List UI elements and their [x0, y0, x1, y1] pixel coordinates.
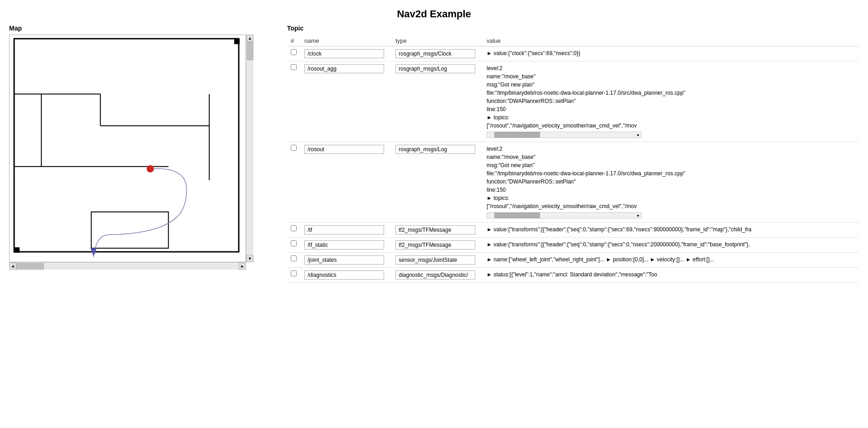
topic-label: Topic — [287, 25, 859, 32]
table-row: ► value:{"transforms":[{"header":{"seq":… — [287, 238, 859, 253]
topic-value-3: ► value:{"transforms":[{"header":{"seq":… — [483, 223, 859, 238]
scroll-thumb-h[interactable] — [16, 263, 44, 270]
value-text: ► value:{"clock":{"secs":69,"nsecs":0}} — [487, 49, 855, 57]
svg-rect-0 — [14, 39, 239, 252]
scroll-right-button[interactable]: ► — [239, 263, 246, 270]
value-scrollbar-thumb[interactable] — [494, 132, 540, 138]
value-line: name:"/move_base" — [487, 72, 855, 81]
topic-type-input-4[interactable] — [395, 240, 475, 250]
value-text: ► status:[{"level":1,"name":"amcl: Stand… — [487, 270, 855, 279]
table-row: ► value:{"transforms":[{"header":{"seq":… — [287, 223, 859, 238]
table-row: ► status:[{"level":1,"name":"amcl: Stand… — [287, 268, 859, 283]
col-type-header: type — [392, 36, 483, 46]
value-line: level:2 — [487, 64, 855, 72]
topic-name-input-2[interactable] — [304, 145, 384, 154]
svg-point-10 — [147, 165, 154, 173]
table-row: ► value:{"clock":{"secs":69,"nsecs":0}} — [287, 46, 859, 61]
scroll-track-h — [16, 263, 239, 270]
topic-type-input-5[interactable] — [395, 255, 475, 265]
value-line: msg:"Got new plan" — [487, 81, 855, 89]
value-line: ► topics: — [487, 113, 855, 122]
value-line: level:2 — [487, 145, 855, 153]
value-text: ► name:["wheel_left_joint","wheel_right_… — [487, 255, 855, 264]
col-hash-header: # — [287, 36, 301, 46]
table-row: level:2name:"/move_base"msg:"Got new pla… — [287, 61, 859, 142]
row-checkbox-5[interactable] — [291, 255, 297, 261]
topic-name-input-0[interactable] — [304, 49, 384, 58]
scroll-left-button[interactable]: ◄ — [9, 263, 16, 270]
map-scrollbar-vertical[interactable]: ▲ ▼ — [246, 35, 253, 262]
map-canvas — [9, 35, 246, 262]
col-name-header: name — [301, 36, 392, 46]
value-line: file:"/tmp/binarydeb/ros-noetic-dwa-loca… — [487, 169, 855, 178]
map-scrollbar-horizontal[interactable]: ◄ ► — [9, 262, 246, 270]
svg-rect-9 — [91, 212, 168, 248]
right-panel: Topic # name type value ► value:{"clock"… — [287, 25, 859, 283]
value-text: ► value:{"transforms":[{"header":{"seq":… — [487, 225, 855, 234]
map-label: Map — [9, 25, 273, 32]
value-line: line:150 — [487, 105, 855, 113]
row-checkbox-1[interactable] — [291, 64, 297, 70]
topic-name-input-5[interactable] — [304, 255, 384, 265]
topic-table: # name type value ► value:{"clock":{"sec… — [287, 36, 859, 283]
scroll-down-button[interactable]: ▼ — [247, 255, 254, 262]
row-checkbox-2[interactable] — [291, 145, 297, 151]
value-line: line:150 — [487, 186, 855, 194]
map-svg — [10, 35, 246, 262]
page-title: Nav2d Example — [0, 0, 868, 25]
topic-type-input-0[interactable] — [395, 49, 475, 58]
topic-name-input-6[interactable] — [304, 270, 384, 280]
value-line: ► topics: — [487, 194, 855, 202]
row-checkbox-3[interactable] — [291, 225, 297, 231]
svg-rect-2 — [14, 247, 20, 253]
value-scrollbar[interactable]: ► — [487, 132, 642, 138]
topic-value-4: ► value:{"transforms":[{"header":{"seq":… — [483, 238, 859, 253]
scroll-track-v — [247, 42, 253, 255]
topic-value-0: ► value:{"clock":{"secs":69,"nsecs":0}} — [483, 46, 859, 61]
table-row: level:2name:"/move_base"msg:"Got new pla… — [287, 142, 859, 223]
left-panel: Map — [9, 25, 273, 283]
topic-name-input-3[interactable] — [304, 225, 384, 234]
value-line: file:"/tmp/binarydeb/ros-noetic-dwa-loca… — [487, 89, 855, 97]
topic-type-input-1[interactable] — [395, 64, 475, 73]
value-line: function:"DWAPlannerROS::setPlan" — [487, 178, 855, 186]
topic-value-5: ► name:["wheel_left_joint","wheel_right_… — [483, 253, 859, 268]
topic-value-6: ► status:[{"level":1,"name":"amcl: Stand… — [483, 268, 859, 283]
value-line: name:"/move_base" — [487, 153, 855, 161]
value-line: ["/rosout","/navigation_velocity_smoothe… — [487, 122, 855, 130]
value-line: function:"DWAPlannerROS::setPlan" — [487, 97, 855, 105]
svg-rect-1 — [234, 39, 240, 44]
col-value-header: value — [483, 36, 859, 46]
row-checkbox-0[interactable] — [291, 49, 297, 55]
value-line: ["/rosout","/navigation_velocity_smoothe… — [487, 202, 855, 210]
topic-type-input-6[interactable] — [395, 270, 475, 280]
scroll-up-button[interactable]: ▲ — [247, 35, 254, 42]
row-checkbox-6[interactable] — [291, 270, 297, 276]
topic-name-input-4[interactable] — [304, 240, 384, 250]
table-header-row: # name type value — [287, 36, 859, 46]
topic-name-input-1[interactable] — [304, 64, 384, 73]
topic-type-input-2[interactable] — [395, 145, 475, 154]
value-line: msg:"Got new plan" — [487, 161, 855, 169]
topic-type-input-3[interactable] — [395, 225, 475, 234]
value-scrollbar-thumb[interactable] — [494, 213, 540, 218]
topic-value-1: level:2name:"/move_base"msg:"Got new pla… — [483, 61, 859, 142]
value-text: ► value:{"transforms":[{"header":{"seq":… — [487, 240, 855, 249]
table-row: ► name:["wheel_left_joint","wheel_right_… — [287, 253, 859, 268]
row-checkbox-4[interactable] — [291, 240, 297, 246]
value-scrollbar[interactable]: ► — [487, 212, 642, 219]
topic-value-2: level:2name:"/move_base"msg:"Got new pla… — [483, 142, 859, 223]
scroll-thumb-v[interactable] — [247, 42, 253, 60]
